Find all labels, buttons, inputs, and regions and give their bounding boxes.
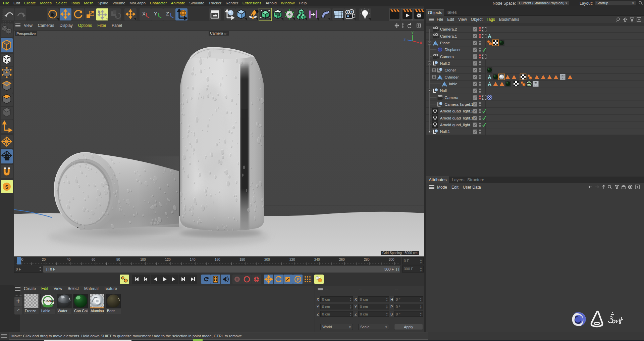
svg-text:Displacer: Displacer — [445, 48, 461, 52]
svg-text:0 F: 0 F — [16, 267, 21, 271]
svg-text:Camera.Target.1: Camera.Target.1 — [445, 102, 474, 106]
svg-text:Null: Null — [440, 89, 447, 93]
svg-text:300 F: 300 F — [384, 267, 394, 271]
svg-text:220: 220 — [289, 258, 295, 261]
svg-text:140: 140 — [190, 258, 196, 261]
svg-text:Camera.1: Camera.1 — [440, 34, 457, 38]
svg-text:||: || — [46, 267, 50, 272]
svg-text:280: 280 — [364, 258, 370, 261]
svg-text:Camera: Camera — [440, 55, 454, 59]
svg-text:Y: Y — [411, 31, 414, 35]
svg-text:Plane: Plane — [440, 41, 450, 45]
svg-text:Arnold quad_light.1: Arnold quad_light.1 — [440, 116, 473, 120]
svg-text:X: X — [142, 11, 146, 16]
svg-text:S: S — [5, 184, 8, 190]
svg-text:Z: Z — [404, 38, 406, 42]
svg-text:Z: Z — [166, 11, 169, 16]
svg-text:lable: lable — [449, 82, 457, 86]
svg-text:0 F: 0 F — [50, 267, 55, 271]
svg-text:Cloner: Cloner — [445, 68, 456, 72]
svg-text:40: 40 — [67, 258, 71, 261]
svg-text:Null.2: Null.2 — [440, 61, 450, 65]
svg-text:300: 300 — [389, 258, 394, 261]
svg-text:260: 260 — [339, 258, 345, 261]
svg-text:Arnold quad_light.2: Arnold quad_light.2 — [440, 109, 473, 113]
svg-text:200: 200 — [264, 258, 270, 261]
svg-text:20: 20 — [42, 258, 46, 261]
svg-text:Camera.2: Camera.2 — [440, 27, 457, 31]
svg-text:180: 180 — [239, 258, 245, 261]
svg-text:Y: Y — [154, 11, 157, 16]
svg-text:100: 100 — [140, 258, 146, 261]
svg-text:Null.1: Null.1 — [440, 130, 450, 134]
svg-text:240: 240 — [314, 258, 320, 261]
svg-text:Camera: Camera — [445, 96, 459, 100]
svg-text:160: 160 — [215, 258, 220, 261]
svg-text:60: 60 — [92, 258, 96, 261]
svg-text:80: 80 — [116, 258, 120, 261]
svg-text:P: P — [297, 277, 300, 282]
svg-text:Cylinder: Cylinder — [445, 75, 459, 79]
svg-text:TUBORG: TUBORG — [43, 300, 54, 303]
svg-text:Arnold quad_light: Arnold quad_light — [440, 123, 470, 127]
svg-text:120: 120 — [165, 258, 171, 261]
svg-text:||: || — [395, 267, 400, 272]
svg-text:0: 0 — [21, 258, 23, 261]
svg-text:X: X — [420, 41, 422, 45]
